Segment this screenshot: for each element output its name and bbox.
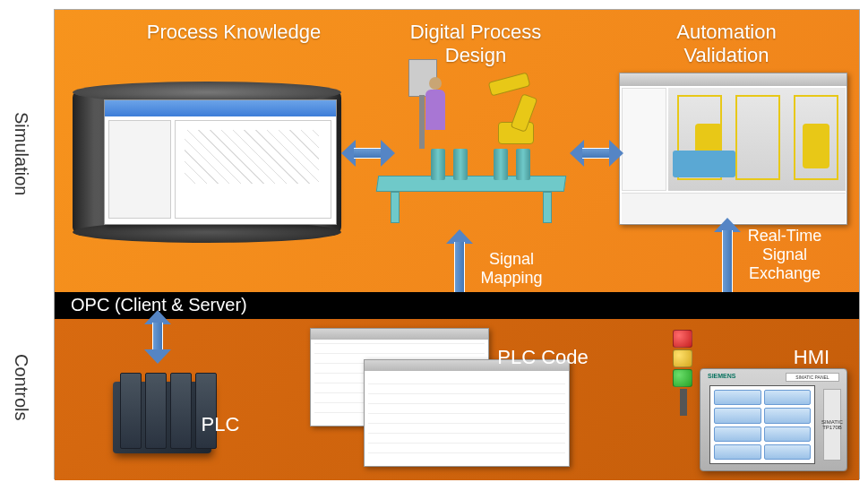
plc-label: PLC bbox=[185, 413, 256, 436]
stacklight-icon bbox=[673, 330, 694, 415]
simulation-section: Process Knowledge Digital Process Design… bbox=[55, 10, 859, 292]
arrow-pk-to-dpd bbox=[341, 140, 395, 167]
architecture-diagram: Process Knowledge Digital Process Design… bbox=[54, 9, 860, 479]
signal-mapping-label: Signal Mapping bbox=[467, 250, 556, 288]
automation-validation-title: Automation Validation bbox=[637, 21, 816, 67]
controls-side-label: Controls bbox=[11, 354, 31, 420]
process-tree-screenshot bbox=[104, 99, 337, 225]
arrow-dpd-to-av bbox=[570, 140, 623, 167]
plc-code-label: PLC Code bbox=[485, 346, 601, 369]
hmi-brand-label: SIEMENS bbox=[708, 373, 736, 379]
controls-section: PLC PLC Code SIEMENS SIMATIC PANEL SIMAT… bbox=[55, 319, 859, 480]
hmi-label: HMI bbox=[776, 346, 847, 369]
process-knowledge-db-icon bbox=[73, 82, 341, 243]
hmi-model-label: SIMATIC PANEL bbox=[786, 373, 839, 382]
digital-process-3d-scene bbox=[373, 59, 579, 238]
arrow-opc-to-plc bbox=[144, 310, 171, 364]
automation-validation-screenshot bbox=[619, 73, 847, 225]
hmi-panel-icon: SIEMENS SIMATIC PANEL SIMATIC TP170B bbox=[700, 368, 847, 471]
simulation-side-label: Simulation bbox=[11, 112, 31, 195]
opc-bar: OPC (Client & Server) bbox=[55, 292, 859, 319]
process-knowledge-title: Process Knowledge bbox=[144, 21, 323, 44]
realtime-signal-exchange-label: Real-Time Signal Exchange bbox=[726, 227, 843, 283]
hmi-side-label: SIMATIC TP170B bbox=[823, 389, 841, 461]
